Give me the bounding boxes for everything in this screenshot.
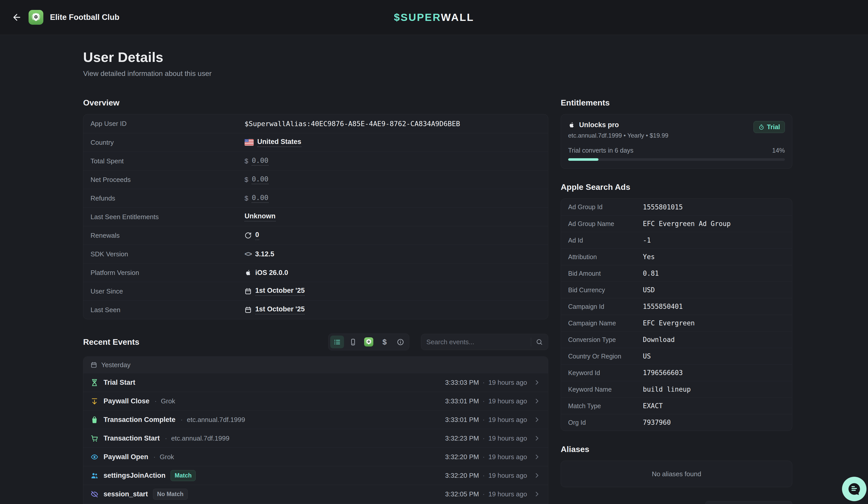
- overview-row-value: $SuperwallAlias:40EC9876-A85E-4AE9-8762-…: [245, 120, 460, 128]
- page-title: User Details: [83, 49, 792, 65]
- shopping-bag-icon: [91, 416, 99, 424]
- asa-row-value: EFC Evergreen: [643, 319, 695, 327]
- event-name: Paywall Close: [104, 397, 149, 405]
- overview-row-label: Total Spent: [91, 157, 245, 165]
- filter-all-events-button[interactable]: [330, 336, 344, 348]
- overview-row-label: Net Proceeds: [91, 176, 245, 184]
- trial-progress-bar: [568, 158, 785, 161]
- page: User Details View detailed information a…: [0, 35, 868, 504]
- overview-table: App User ID$SuperwallAlias:40EC9876-A85E…: [83, 114, 548, 319]
- chevron-right-icon: [533, 416, 541, 423]
- separator-dot: ·: [483, 490, 485, 498]
- currency-symbol: $: [245, 157, 248, 165]
- asa-row: Keyword Id1796566603: [561, 364, 792, 381]
- trial-percent: 14%: [772, 147, 785, 154]
- event-match-badge: No Match: [153, 489, 188, 500]
- shopping-cart-icon: [91, 434, 99, 442]
- asa-row: Bid CurrencyUSD: [561, 282, 792, 298]
- asa-row-value: EFC Evergreen Ad Group: [643, 220, 731, 228]
- asa-row-label: Ad Id: [568, 237, 643, 244]
- recent-events-heading: Recent Events: [83, 337, 140, 347]
- filter-info-events-button[interactable]: [393, 336, 407, 348]
- events-search-input[interactable]: [426, 338, 526, 346]
- side-column: Entitlements Unlocks pro etc.annual.7df.…: [561, 98, 792, 504]
- separator-dot: ·: [483, 453, 485, 461]
- trial-badge-label: Trial: [767, 123, 780, 131]
- events-group-label: Yesterday: [101, 361, 131, 369]
- asa-row: Conversion TypeDownload: [561, 331, 792, 348]
- event-row[interactable]: Paywall Close·Grok3:33:01 PM·19 hours ag…: [83, 392, 548, 410]
- event-row[interactable]: Transaction Complete·etc.annual.7df.1999…: [83, 410, 548, 429]
- apple-search-ads-heading: Apple Search Ads: [561, 182, 792, 192]
- club-logo: [29, 10, 43, 25]
- separator-dot: ·: [483, 416, 485, 424]
- event-subtitle: Grok: [161, 397, 175, 405]
- filter-device-events-button[interactable]: [346, 336, 360, 348]
- separator-dot: ·: [483, 397, 485, 405]
- trial-progress-fill: [568, 158, 598, 161]
- asa-row: Match TypeEXACT: [561, 398, 792, 414]
- filter-app-events-button[interactable]: [362, 336, 375, 348]
- app-header: Elite Football Club $SUPERWALL: [0, 0, 868, 35]
- calendar-icon: [91, 361, 97, 368]
- event-row[interactable]: Paywall Open·Grok3:32:20 PM·19 hours ago: [83, 448, 548, 466]
- event-name: settingsJoinAction: [104, 472, 165, 480]
- overview-row: SDK Version<>3.12.5: [83, 245, 548, 263]
- overview-row-label: User Since: [91, 287, 245, 295]
- event-row[interactable]: settingsJoinActionMatch3:32:20 PM·19 hou…: [83, 466, 548, 485]
- events-list: Yesterday Trial Start3:33:03 PM·19 hours…: [83, 356, 548, 504]
- overview-row: Last Seen1st October '25: [83, 301, 548, 319]
- asa-row-value: 7937960: [643, 419, 671, 426]
- separator-dot: ·: [483, 434, 485, 442]
- event-time: 3:32:23 PM: [445, 434, 479, 442]
- asa-row-label: Campaign Id: [568, 303, 643, 310]
- event-subtitle: etc.annual.7df.1999: [187, 416, 245, 424]
- trial-badge: Trial: [754, 121, 785, 133]
- event-row[interactable]: Trial Start3:33:03 PM·19 hours ago: [83, 373, 548, 392]
- chevron-right-icon: [533, 472, 541, 479]
- chat-bubble-icon: [847, 482, 861, 496]
- asa-row-value: -1: [643, 237, 651, 244]
- asa-row-label: Country Or Region: [568, 353, 643, 360]
- search-icon[interactable]: [536, 338, 543, 346]
- entitlement-details: etc.annual.7df.1999 • Yearly • $19.99: [568, 132, 668, 139]
- separator-dot: ·: [483, 379, 485, 387]
- superwall-logo: $SUPERWALL: [394, 11, 474, 23]
- calendar-icon: [245, 288, 252, 295]
- filter-transaction-events-button[interactable]: $: [378, 336, 391, 348]
- overview-row-label: Last Seen Entitlements: [91, 213, 245, 221]
- overview-row-label: Last Seen: [91, 306, 245, 314]
- event-match-badge: Match: [170, 470, 196, 481]
- event-time: 3:33:03 PM: [445, 379, 479, 387]
- overview-row-value: 0.00: [252, 194, 268, 203]
- separator-dot: ·: [180, 416, 183, 424]
- asa-row-label: Ad Group Name: [568, 220, 643, 228]
- apple-icon: [245, 269, 252, 276]
- chevron-right-icon: [533, 434, 541, 442]
- chat-support-button[interactable]: [842, 477, 867, 501]
- aliases-empty-text: No aliases found: [652, 470, 701, 478]
- overview-row-label: Country: [91, 139, 245, 147]
- back-button[interactable]: [12, 12, 22, 22]
- us-flag-icon: [245, 139, 254, 146]
- aliases-heading: Aliases: [561, 445, 792, 454]
- separator-dot: ·: [165, 434, 167, 442]
- asa-row-value: US: [643, 353, 651, 360]
- event-name: Trial Start: [104, 379, 135, 387]
- overview-row-value: 1st October '25: [255, 287, 305, 296]
- overview-row-label: App User ID: [91, 120, 245, 128]
- entitlement-name: Unlocks pro: [579, 121, 619, 129]
- overview-row: Total Spent$0.00: [83, 151, 548, 170]
- entitlement-card: Unlocks pro etc.annual.7df.1999 • Yearly…: [561, 114, 792, 169]
- overview-row-value: Unknown: [245, 212, 276, 221]
- asa-row: Campaign NameEFC Evergreen: [561, 315, 792, 331]
- chevron-right-icon: [533, 379, 541, 386]
- event-row[interactable]: Transaction Start·etc.annual.7df.19993:3…: [83, 429, 548, 448]
- asa-row-label: Keyword Name: [568, 386, 643, 393]
- overview-row-value: 1st October '25: [255, 305, 305, 314]
- asa-row-value: Yes: [643, 253, 655, 261]
- event-time: 3:32:20 PM: [445, 472, 479, 480]
- asa-row: Ad Id-1: [561, 232, 792, 249]
- overview-row: CountryUnited States: [83, 133, 548, 151]
- event-row[interactable]: session_startNo Match3:32:05 PM·19 hours…: [83, 485, 548, 503]
